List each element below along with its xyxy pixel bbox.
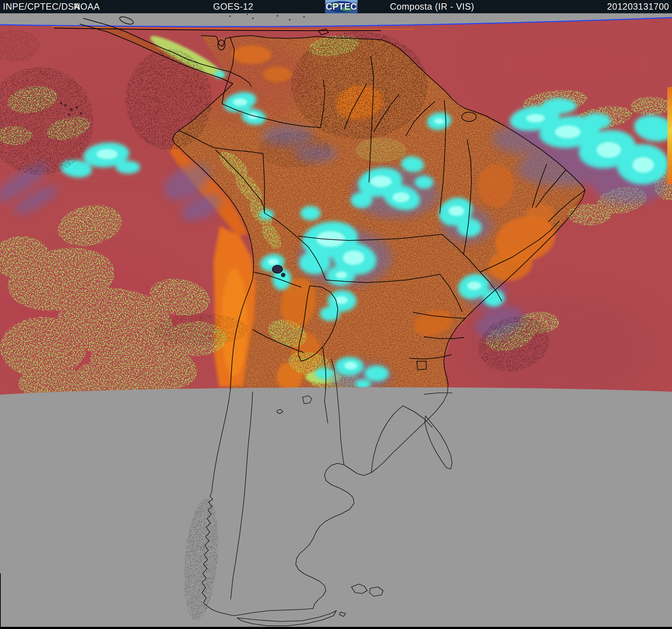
bottom-bar [0,627,672,629]
logo-text: CPTEC [325,1,358,12]
cptec-logo: CPTEC [325,0,358,13]
product-label: Composta (IR - VIS) [390,1,474,12]
satellite-label: GOES-12 [213,1,253,12]
header-bar: INPE/CPTEC/DSA NOAA GOES-12 CPTEC Compos… [0,0,672,13]
red-swath [0,13,672,409]
agency-label: INPE/CPTEC/DSA [3,1,80,12]
satellite-composite-map [0,13,672,629]
satellite-viewer: INPE/CPTEC/DSA NOAA GOES-12 CPTEC Compos… [0,0,672,629]
network-label: NOAA [74,1,100,12]
left-edge-line [0,573,1,627]
timestamp-label: 201203131700 [607,1,669,12]
